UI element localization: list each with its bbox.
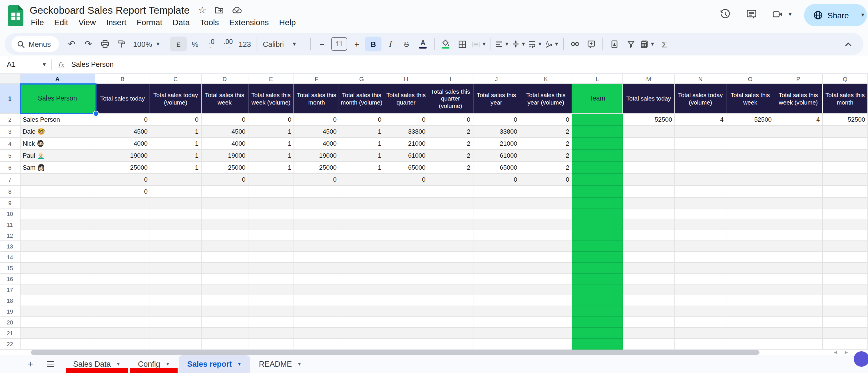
cell-O7[interactable]	[726, 174, 774, 186]
cell-D6[interactable]: 25000	[201, 162, 248, 174]
cell-Q17[interactable]	[823, 284, 868, 295]
cell-D8[interactable]	[201, 186, 248, 198]
cell-Q16[interactable]	[823, 274, 868, 284]
create-filter-button[interactable]	[622, 36, 639, 52]
cell-C22[interactable]	[151, 339, 201, 349]
cell-D11[interactable]	[201, 219, 248, 230]
cell-Q8[interactable]	[823, 186, 868, 198]
spreadsheet-grid[interactable]: ABCDEFGHIJKLMNOPQ1Sales PersonTotal sale…	[0, 74, 868, 349]
row-header-13[interactable]: 13	[0, 241, 20, 252]
cell-F6[interactable]: 25000	[294, 162, 340, 174]
cell-M10[interactable]	[623, 209, 675, 219]
cell-A14[interactable]	[20, 252, 95, 263]
cell-B11[interactable]	[95, 219, 151, 230]
cell-C7[interactable]	[151, 174, 201, 186]
cell-G16[interactable]	[340, 274, 384, 284]
tab-menu-icon[interactable]: ▼	[165, 362, 170, 367]
cell-E11[interactable]	[248, 219, 294, 230]
row-header-8[interactable]: 8	[0, 186, 20, 198]
cell-D18[interactable]	[201, 295, 248, 306]
cell-C12[interactable]	[151, 230, 201, 241]
cell-G18[interactable]	[340, 295, 384, 306]
cell-J12[interactable]	[473, 230, 520, 241]
cell-Q1[interactable]: Total sales this month	[823, 84, 868, 114]
cell-F20[interactable]	[294, 317, 340, 328]
join-call-control[interactable]: ▼	[772, 9, 793, 20]
cell-B8[interactable]: 0	[95, 186, 151, 198]
cell-O12[interactable]	[726, 230, 774, 241]
column-header-P[interactable]: P	[775, 74, 823, 84]
cell-D20[interactable]	[201, 317, 248, 328]
cell-P14[interactable]	[775, 252, 823, 263]
cell-F3[interactable]: 4500	[294, 126, 340, 138]
text-wrap-button[interactable]: ▼	[527, 36, 544, 52]
cell-C16[interactable]	[151, 274, 201, 284]
cell-D10[interactable]	[201, 209, 248, 219]
cell-P16[interactable]	[775, 274, 823, 284]
cell-O17[interactable]	[726, 284, 774, 295]
cell-N5[interactable]	[675, 150, 726, 162]
cell-Q14[interactable]	[823, 252, 868, 263]
cell-A16[interactable]	[20, 274, 95, 284]
cell-H20[interactable]	[384, 317, 429, 328]
cell-B20[interactable]	[95, 317, 151, 328]
cell-L21[interactable]	[572, 328, 623, 339]
cell-N6[interactable]	[675, 162, 726, 174]
cell-O3[interactable]	[726, 126, 774, 138]
cell-P12[interactable]	[775, 230, 823, 241]
cell-I14[interactable]	[428, 252, 473, 263]
cell-C14[interactable]	[151, 252, 201, 263]
cell-P1[interactable]: Total sales this week (volume)	[775, 84, 823, 114]
cell-F11[interactable]	[294, 219, 340, 230]
cell-L6[interactable]	[572, 162, 623, 174]
cell-D2[interactable]: 0	[201, 114, 248, 126]
text-color-button[interactable]: A	[414, 36, 431, 52]
cell-J14[interactable]	[473, 252, 520, 263]
cell-N12[interactable]	[675, 230, 726, 241]
cell-A10[interactable]	[20, 209, 95, 219]
formula-input[interactable]: Sales Person	[71, 61, 114, 68]
cell-E13[interactable]	[248, 241, 294, 252]
cell-L18[interactable]	[572, 295, 623, 306]
cell-K6[interactable]: 2	[520, 162, 572, 174]
cell-N9[interactable]	[675, 198, 726, 209]
cell-A22[interactable]	[20, 339, 95, 349]
cell-D17[interactable]	[201, 284, 248, 295]
row-header-18[interactable]: 18	[0, 295, 20, 306]
row-header-1[interactable]: 1	[0, 84, 20, 114]
cell-B14[interactable]	[95, 252, 151, 263]
row-header-14[interactable]: 14	[0, 252, 20, 263]
cell-I21[interactable]	[428, 328, 473, 339]
cell-Q22[interactable]	[823, 339, 868, 349]
sheets-logo-icon[interactable]	[8, 5, 23, 26]
version-history-icon[interactable]	[719, 8, 731, 20]
cell-K17[interactable]	[520, 284, 572, 295]
cell-E12[interactable]	[248, 230, 294, 241]
tab-menu-icon[interactable]: ▼	[116, 362, 121, 367]
cell-B10[interactable]	[95, 209, 151, 219]
cell-C13[interactable]	[151, 241, 201, 252]
cell-C20[interactable]	[151, 317, 201, 328]
cell-P2[interactable]: 4	[775, 114, 823, 126]
cell-A8[interactable]	[20, 186, 95, 198]
cell-E8[interactable]	[248, 186, 294, 198]
cell-F22[interactable]	[294, 339, 340, 349]
cell-P17[interactable]	[775, 284, 823, 295]
cell-K8[interactable]	[520, 186, 572, 198]
cell-F7[interactable]: 0	[294, 174, 340, 186]
cell-J7[interactable]: 0	[473, 174, 520, 186]
menu-format[interactable]: Format	[132, 17, 167, 28]
cell-H16[interactable]	[384, 274, 429, 284]
cell-O14[interactable]	[726, 252, 774, 263]
menu-file[interactable]: File	[26, 17, 49, 28]
fill-color-button[interactable]	[437, 36, 454, 52]
cell-B3[interactable]: 4500	[95, 126, 151, 138]
cell-B19[interactable]	[95, 306, 151, 317]
row-header-12[interactable]: 12	[0, 230, 20, 241]
cell-N16[interactable]	[675, 274, 726, 284]
column-header-Q[interactable]: Q	[823, 74, 868, 84]
cell-D7[interactable]: 0	[201, 174, 248, 186]
cell-D9[interactable]	[201, 198, 248, 209]
insert-comment-button[interactable]	[583, 36, 599, 52]
cell-F19[interactable]	[294, 306, 340, 317]
